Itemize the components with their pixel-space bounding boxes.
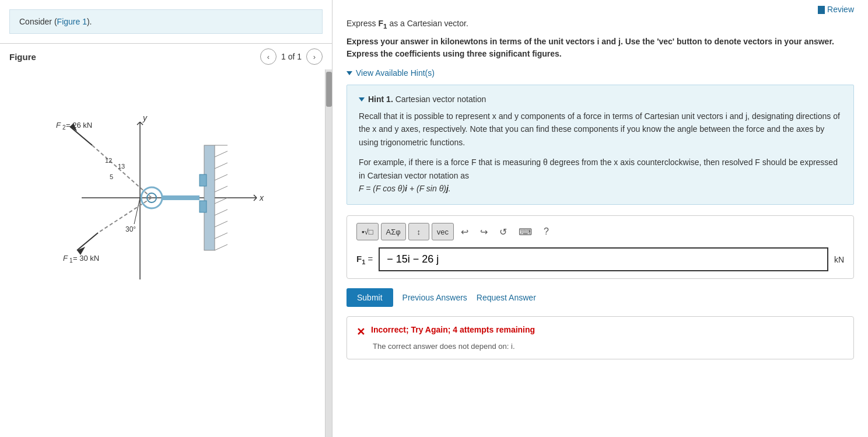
unit-label: kN [834,255,844,264]
keyboard-button[interactable]: ⌨ [514,223,537,240]
svg-rect-8 [204,145,215,250]
hint-text-1: Recall that it is possible to represent … [359,110,842,149]
scrollbar-thumb[interactable] [326,72,332,107]
refresh-button[interactable]: ↺ [495,223,512,240]
hint-triangle-icon [346,71,352,75]
scrollbar[interactable] [325,69,332,437]
main-question: Express F1 as a Cartesian vector. [346,19,854,30]
answer-row: F1 = kN [356,247,844,271]
arrows-button[interactable]: ↕ [408,223,429,240]
view-hint-button[interactable]: View Available Hint(s) [346,68,435,78]
svg-line-12 [215,174,228,180]
review-link[interactable]: Review [818,5,854,14]
figure-link[interactable]: Figure 1 [57,17,87,26]
result-title: Incorrect; Try Again; 4 attempts remaini… [371,325,535,334]
svg-line-14 [215,198,228,204]
f1-label: F1 = [356,254,373,265]
review-icon [818,6,825,14]
figure-svg: x y [0,69,332,305]
request-answer-button[interactable]: Request Answer [477,293,536,302]
svg-line-24 [92,145,152,198]
right-panel: Review Express F1 as a Cartesian vector.… [332,0,868,437]
svg-line-11 [215,163,228,169]
svg-line-10 [215,151,228,157]
svg-line-18 [215,244,228,250]
svg-line-37 [134,198,140,224]
help-button[interactable]: ? [539,223,554,240]
instructions: Express your answer in kilonewtons in te… [346,36,854,60]
svg-text:12: 12 [105,157,112,164]
svg-rect-20 [200,201,206,212]
express-f1-text: Express F1 as a Cartesian vector. [346,19,468,28]
view-hint-label: View Available Hint(s) [356,68,435,78]
figure-area: x y [0,69,332,437]
svg-text:30°: 30° [125,225,136,233]
svg-text:5: 5 [110,173,113,180]
answer-input[interactable] [379,247,828,271]
svg-line-17 [215,233,228,239]
hint-title-row: Hint 1. Cartesian vector notation [359,95,842,104]
prev-figure-button[interactable]: ‹ [260,48,276,65]
consider-box: Consider (Figure 1). [9,9,323,34]
figure-label: Figure [9,52,256,62]
result-detail: The correct answer does not depend on: i… [373,342,844,351]
svg-line-16 [215,221,228,227]
consider-end: ). [87,17,92,26]
action-row: Submit Previous Answers Request Answer [346,288,854,307]
svg-rect-19 [200,174,206,186]
undo-button[interactable]: ↩ [456,223,473,240]
redo-button[interactable]: ↪ [475,223,492,240]
math-input-container: ▪√□ ΑΣφ ↕ vec ↩ ↪ ↺ ⌨ ? F1 = kN [346,215,854,279]
svg-line-13 [215,186,228,192]
svg-line-33 [98,198,152,233]
result-box: ✕ Incorrect; Try Again; 4 attempts remai… [346,316,854,359]
previous-answers-button[interactable]: Previous Answers [402,293,467,302]
svg-text:F: F [63,254,68,263]
svg-line-15 [215,209,228,215]
svg-text:13: 13 [118,163,125,170]
svg-text:x: x [259,193,264,202]
hint-formula-text: F = (F cos θ)i + (F sin θ)j. [359,184,451,193]
figure-header: Figure ‹ 1 of 1 › [0,43,332,69]
incorrect-icon: ✕ [356,326,365,338]
svg-text:= 26 kN: = 26 kN [66,121,92,130]
math-toolbar: ▪√□ ΑΣφ ↕ vec ↩ ↪ ↺ ⌨ ? [356,223,844,240]
submit-button[interactable]: Submit [346,288,393,307]
svg-text:y: y [142,113,148,123]
left-panel: Consider (Figure 1). Figure ‹ 1 of 1 › x… [0,0,332,437]
hint-expand-icon [359,97,365,102]
review-link-container: Review [346,0,854,19]
hint-title-label: Hint 1. Cartesian vector notation [368,95,486,104]
svg-text:= 30 kN: = 30 kN [73,254,99,263]
svg-line-34 [77,233,98,250]
alpha-sigma-button[interactable]: ΑΣφ [381,223,406,240]
svg-text:F: F [56,121,61,130]
next-figure-button[interactable]: › [306,48,323,65]
hint-text-2: For example, if there is a force F that … [359,156,842,195]
hint-box: Hint 1. Cartesian vector notation Recall… [346,85,854,205]
figure-image: x y [12,75,280,297]
result-header: ✕ Incorrect; Try Again; 4 attempts remai… [356,325,844,338]
matrix-sqrt-button[interactable]: ▪√□ [356,223,379,240]
consider-text: Consider ( [19,17,57,26]
page-indicator: 1 of 1 [281,52,302,61]
vec-button[interactable]: vec [432,223,454,240]
